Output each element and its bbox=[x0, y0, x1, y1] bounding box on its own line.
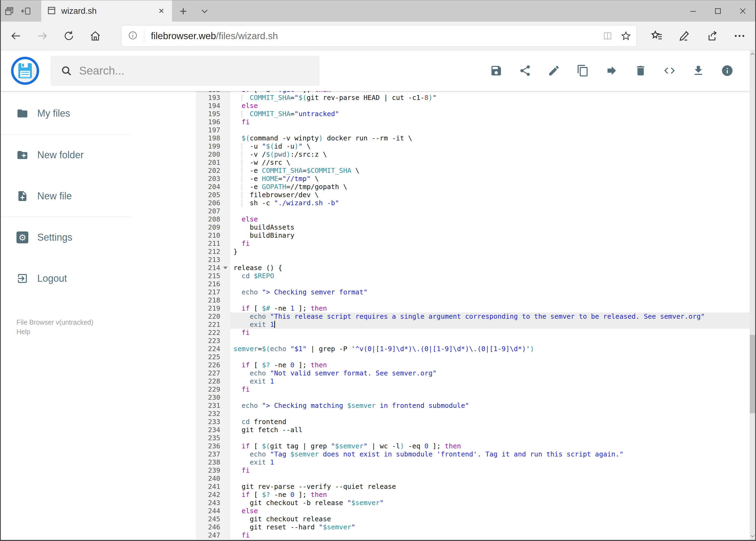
code-line-text[interactable]: fi bbox=[230, 240, 750, 248]
code-line-text[interactable]: echo "Tag $semver does not exist in subm… bbox=[230, 450, 750, 458]
code-line[interactable]: 242 if [ $? -ne 0 ]; then bbox=[196, 491, 750, 499]
code-line-text[interactable]: COMMIT_SHA="untracked" bbox=[230, 110, 750, 118]
code-line[interactable]: 228 exit 1 bbox=[196, 377, 750, 385]
favorites-hub-icon[interactable] bbox=[650, 28, 664, 44]
code-line[interactable]: 221 exit 1 bbox=[196, 320, 750, 329]
tab-close-icon[interactable]: ✕ bbox=[156, 7, 166, 15]
code-line[interactable]: 204 -e GOPATH=//tmp/gopath \ bbox=[196, 183, 750, 191]
scrollbar-thumb[interactable] bbox=[750, 335, 755, 413]
sidebar-item-logout[interactable]: Logout bbox=[16, 266, 67, 291]
code-line[interactable]: 207 bbox=[196, 207, 750, 215]
tab-preview-icon[interactable] bbox=[1, 0, 18, 22]
code-line-text[interactable]: release () { bbox=[230, 264, 750, 272]
code-line[interactable]: 226 if [ $? -ne 0 ]; then bbox=[196, 361, 750, 369]
code-line[interactable]: 236 if [ $(git tag | grep "$semver" | wc… bbox=[196, 442, 750, 450]
code-line[interactable]: 195 COMMIT_SHA="untracked" bbox=[196, 110, 750, 118]
code-line-text[interactable]: git checkout -b release "$semver" bbox=[230, 499, 750, 507]
info-button[interactable] bbox=[721, 64, 734, 77]
code-line-text[interactable]: filebrowser/dev \ bbox=[230, 191, 750, 199]
file-browser-logo[interactable] bbox=[11, 57, 39, 85]
code-line[interactable]: 192 if [ -d ".git" ]; then bbox=[196, 91, 750, 94]
window-minimize-button[interactable] bbox=[681, 0, 705, 22]
code-line-text[interactable] bbox=[230, 475, 750, 483]
code-line[interactable]: 235 bbox=[196, 434, 750, 442]
code-line[interactable]: 244 else bbox=[196, 507, 750, 515]
window-maximize-button[interactable] bbox=[705, 0, 730, 22]
fold-arrow-icon[interactable] bbox=[223, 267, 227, 269]
code-line-text[interactable]: semver=$(echo "$1" | grep -P '^v(0|[1-9]… bbox=[230, 345, 750, 353]
code-line[interactable]: 237 echo "Tag $semver does not exist in … bbox=[196, 450, 750, 458]
code-line[interactable]: 231 echo "> Checking matching $semver in… bbox=[196, 402, 750, 410]
code-line[interactable]: 229 fi bbox=[196, 385, 750, 393]
code-line-text[interactable]: fi bbox=[230, 385, 750, 393]
code-line-text[interactable]: echo "Not valid semver format. See semve… bbox=[230, 369, 750, 377]
site-info-icon[interactable] bbox=[128, 31, 137, 41]
code-line[interactable]: 193 COMMIT_SHA="$(git rev-parse HEAD | c… bbox=[196, 94, 750, 102]
switch-editor-code-button[interactable] bbox=[663, 64, 676, 77]
code-line[interactable]: 197 bbox=[196, 126, 750, 134]
sidebar-item-settings[interactable]: ⚙ Settings bbox=[16, 225, 72, 251]
code-line-text[interactable]: if [ -d ".git" ]; then bbox=[230, 91, 750, 94]
code-line-text[interactable]: -e GOPATH=//tmp/gopath \ bbox=[230, 183, 750, 191]
code-line[interactable]: 239 fi bbox=[196, 466, 750, 475]
code-line[interactable]: 232 bbox=[196, 410, 750, 418]
add-favorite-star-icon[interactable] bbox=[620, 30, 631, 42]
code-line[interactable]: 196 fi bbox=[196, 118, 750, 126]
code-line-text[interactable]: cd frontend bbox=[230, 418, 750, 426]
code-line-text[interactable] bbox=[230, 434, 750, 442]
code-line-text[interactable] bbox=[230, 353, 750, 361]
code-line[interactable]: 212} bbox=[196, 248, 750, 256]
code-line-text[interactable]: $(command -v winpty) docker run --rm -it… bbox=[230, 134, 750, 142]
copy-button[interactable] bbox=[577, 64, 589, 77]
code-line[interactable]: 240 bbox=[196, 475, 750, 483]
code-line-text[interactable]: git rev-parse --verify --quiet release bbox=[230, 483, 750, 491]
code-line-text[interactable]: else bbox=[230, 507, 750, 515]
address-bar[interactable]: filebrowser.web/files/wizard.sh bbox=[121, 25, 637, 47]
code-line[interactable]: 198 $(command -v winpty) docker run --rm… bbox=[196, 134, 750, 142]
code-line[interactable]: 205 filebrowser/dev \ bbox=[196, 191, 750, 199]
code-line-text[interactable]: git checkout release bbox=[230, 515, 750, 523]
code-line[interactable]: 225 bbox=[196, 353, 750, 361]
url-text[interactable]: filebrowser.web/files/wizard.sh bbox=[151, 31, 595, 41]
code-line-text[interactable] bbox=[230, 207, 750, 215]
browser-tab-wizard-sh[interactable]: wizard.sh ✕ bbox=[41, 0, 172, 22]
code-line[interactable]: 223 bbox=[196, 337, 750, 345]
code-line[interactable]: 216 bbox=[196, 280, 750, 288]
code-line[interactable]: 214release () { bbox=[196, 264, 750, 272]
code-line-text[interactable]: echo "> Checking semver format" bbox=[230, 288, 750, 296]
code-line-text[interactable]: if [ $? -ne 0 ]; then bbox=[230, 361, 750, 369]
save-button[interactable] bbox=[490, 64, 503, 77]
page-scrollbar[interactable] bbox=[750, 50, 755, 540]
forward-icon[interactable] bbox=[34, 28, 51, 44]
code-line-text[interactable]: -u "$(id -u)" \ bbox=[230, 142, 750, 151]
sidebar-item-new-folder[interactable]: New folder bbox=[16, 142, 84, 168]
code-line[interactable]: 224semver=$(echo "$1" | grep -P '^v(0|[1… bbox=[196, 345, 750, 353]
code-line-text[interactable]: -v /$(pwd):/src:z \ bbox=[230, 151, 750, 159]
code-line-text[interactable] bbox=[230, 126, 750, 134]
code-line[interactable]: 201 -w //src \ bbox=[196, 159, 750, 167]
code-line-text[interactable]: -w //src \ bbox=[230, 159, 750, 167]
code-line[interactable]: 234 git fetch --all bbox=[196, 426, 750, 434]
code-line-text[interactable]: exit 1 bbox=[230, 458, 750, 466]
new-tab-button[interactable]: + bbox=[172, 0, 195, 22]
code-line-text[interactable]: cd $REPO bbox=[230, 272, 750, 280]
code-line-text[interactable]: echo "> Checking matching $semver in fro… bbox=[230, 402, 750, 410]
code-line[interactable]: 203 -e HOME="//tmp" \ bbox=[196, 175, 750, 183]
code-line-text[interactable]: if [ $# -ne 1 ]; then bbox=[230, 304, 750, 312]
code-line-text[interactable]: if [ $? -ne 0 ]; then bbox=[230, 491, 750, 499]
code-line[interactable]: 208 else bbox=[196, 215, 750, 224]
window-close-button[interactable] bbox=[730, 0, 755, 22]
code-line-text[interactable]: fi bbox=[230, 329, 750, 337]
code-line[interactable]: 206 sh -c "./wizard.sh -b" bbox=[196, 199, 750, 207]
code-line-text[interactable]: buildBinary bbox=[230, 232, 750, 240]
code-line[interactable]: 211 fi bbox=[196, 240, 750, 248]
code-line-text[interactable] bbox=[230, 393, 750, 402]
code-line-text[interactable]: fi bbox=[230, 118, 750, 126]
code-line-text[interactable] bbox=[230, 296, 750, 304]
sidebar-item-my-files[interactable]: My files bbox=[16, 101, 70, 126]
code-line-text[interactable]: COMMIT_SHA="$(git rev-parse HEAD | cut -… bbox=[230, 94, 750, 102]
search-input[interactable] bbox=[79, 64, 295, 77]
code-line[interactable]: 217 echo "> Checking semver format" bbox=[196, 288, 750, 296]
back-icon[interactable] bbox=[8, 28, 24, 44]
code-line[interactable]: 202 -e COMMIT_SHA=$COMMIT_SHA \ bbox=[196, 167, 750, 175]
